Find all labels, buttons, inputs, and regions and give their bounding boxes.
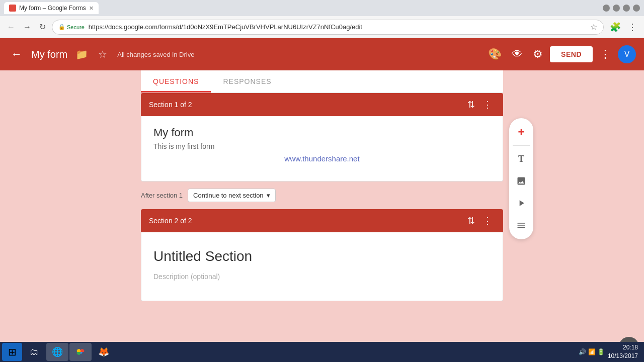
after-section-value: Continue to next section xyxy=(193,192,263,199)
add-title-button[interactable]: T xyxy=(511,149,531,169)
add-image-button[interactable] xyxy=(511,171,531,191)
forward-nav-button[interactable]: → xyxy=(21,21,33,34)
tray-icons: 🔊 📶 🔋 xyxy=(579,348,605,355)
section2-description-placeholder: Description (optional) xyxy=(153,273,491,281)
form-title-header: My form xyxy=(31,49,67,60)
tab-favicon-icon xyxy=(9,5,16,12)
close-button[interactable] xyxy=(633,5,640,12)
start-button[interactable]: ⊞ xyxy=(2,343,22,361)
sidebar-divider xyxy=(513,145,530,146)
tab-close-button[interactable]: ✕ xyxy=(89,5,94,12)
minimize-button[interactable] xyxy=(603,5,610,12)
tab-responses[interactable]: RESPONSES xyxy=(211,70,283,93)
menu-button[interactable]: ⋮ xyxy=(626,20,639,35)
add-question-button[interactable]: + xyxy=(511,122,531,142)
tab-questions[interactable]: QUESTIONS xyxy=(141,70,211,93)
section1-content: My form This is my first form www.thunde… xyxy=(141,116,503,181)
section2-move-button[interactable]: ⇅ xyxy=(464,214,478,227)
back-nav-button[interactable]: ← xyxy=(5,21,17,34)
date-display: 10/13/2017 xyxy=(608,352,638,360)
section2-container: Section 2 of 2 ⇅ ⋮ Untitled Section Desc… xyxy=(141,209,503,301)
extensions-button[interactable]: 🧩 xyxy=(608,20,623,35)
section2-header: Section 2 of 2 ⇅ ⋮ xyxy=(141,209,503,232)
section1-move-button[interactable]: ⇅ xyxy=(464,98,478,111)
time-display: 20:18 xyxy=(608,343,638,352)
form-main-title: My form xyxy=(153,126,491,139)
section2-label: Section 2 of 2 xyxy=(149,217,464,225)
tab-responses-label: RESPONSES xyxy=(223,77,271,85)
taskbar: ⊞ 🗂 🌐 🦊 🔊 📶 🔋 20:18 10/13/2017 xyxy=(0,342,644,362)
after-section-row: After section 1 Continue to next section… xyxy=(141,182,503,209)
add-video-button[interactable] xyxy=(511,193,531,213)
back-button[interactable]: ← xyxy=(8,45,25,64)
section1-block: My form This is my first form www.thunde… xyxy=(141,116,503,182)
form-description: This is my first form xyxy=(153,142,491,150)
avatar[interactable]: V xyxy=(618,45,636,63)
main-content-area: QUESTIONS RESPONSES Section 1 of 2 ⇅ ⋮ M… xyxy=(0,70,644,362)
taskbar-ie[interactable]: 🌐 xyxy=(46,343,68,361)
address-bar[interactable]: 🔒 Secure https://docs.google.com/forms/d… xyxy=(52,20,604,35)
taskbar-file-explorer[interactable]: 🗂 xyxy=(23,343,45,361)
section2-controls: ⇅ ⋮ xyxy=(464,214,495,227)
preview-button[interactable]: 👁 xyxy=(509,45,526,64)
taskbar-system-tray: 🔊 📶 🔋 20:18 10/13/2017 xyxy=(575,343,642,360)
section2-block: Untitled Section Description (optional) xyxy=(141,232,503,301)
bookmark-icon[interactable]: ☆ xyxy=(590,22,597,32)
tab-questions-label: QUESTIONS xyxy=(153,77,199,85)
section1-more-button[interactable]: ⋮ xyxy=(480,98,495,111)
watermark-text: www.thundershare.net xyxy=(153,150,491,169)
saved-status: All changes saved in Drive xyxy=(117,51,194,58)
browser-toolbar: ← → ↻ 🔒 Secure https://docs.google.com/f… xyxy=(0,16,644,38)
after-section-label: After section 1 xyxy=(141,192,183,199)
restore-button[interactable] xyxy=(623,5,630,12)
url-text: https://docs.google.com/forms/d/1d0oNzX9… xyxy=(89,23,586,31)
window-controls xyxy=(603,5,640,12)
header-actions: 🎨 👁 ⚙ SEND ⋮ V xyxy=(485,45,636,64)
taskbar-chrome[interactable] xyxy=(69,343,92,361)
browser-titlebar: My form – Google Forms ✕ xyxy=(0,0,644,16)
app-header: ← My form 📁 ☆ All changes saved in Drive… xyxy=(0,38,644,70)
star-button[interactable]: ☆ xyxy=(96,46,109,62)
secure-badge: 🔒 Secure xyxy=(58,24,85,30)
after-section-dropdown[interactable]: Continue to next section ▾ xyxy=(188,189,275,202)
settings-button[interactable]: ⚙ xyxy=(530,45,546,64)
right-sidebar-tools: + T xyxy=(509,118,533,239)
folder-button[interactable]: 📁 xyxy=(73,46,90,62)
lock-icon: 🔒 xyxy=(58,24,65,30)
taskbar-firefox[interactable]: 🦊 xyxy=(93,343,115,361)
section1-container: Section 1 of 2 ⇅ ⋮ My form This is my fi… xyxy=(141,93,503,182)
section1-header: Section 1 of 2 ⇅ ⋮ xyxy=(141,93,503,116)
toolbar-icons: 🧩 ⋮ xyxy=(608,20,639,35)
tab-title: My form – Google Forms xyxy=(19,5,86,12)
taskbar-time: 20:18 10/13/2017 xyxy=(608,343,638,360)
section2-title: Untitled Section xyxy=(153,248,491,264)
section1-label: Section 1 of 2 xyxy=(149,101,464,109)
palette-button[interactable]: 🎨 xyxy=(485,45,505,64)
secure-label: Secure xyxy=(67,24,85,30)
refresh-nav-button[interactable]: ↻ xyxy=(37,20,48,34)
dropdown-chevron-icon: ▾ xyxy=(267,192,270,199)
send-button[interactable]: SEND xyxy=(550,46,593,62)
content-wrapper: QUESTIONS RESPONSES Section 1 of 2 ⇅ ⋮ M… xyxy=(141,70,503,362)
start-icon: ⊞ xyxy=(8,346,17,358)
section2-more-button[interactable]: ⋮ xyxy=(480,214,495,227)
maximize-button[interactable] xyxy=(613,5,620,12)
section1-controls: ⇅ ⋮ xyxy=(464,98,495,111)
add-section-button[interactable] xyxy=(511,215,531,235)
more-button[interactable]: ⋮ xyxy=(597,45,614,64)
tabs-bar: QUESTIONS RESPONSES xyxy=(141,70,503,93)
browser-tab[interactable]: My form – Google Forms ✕ xyxy=(4,2,99,14)
